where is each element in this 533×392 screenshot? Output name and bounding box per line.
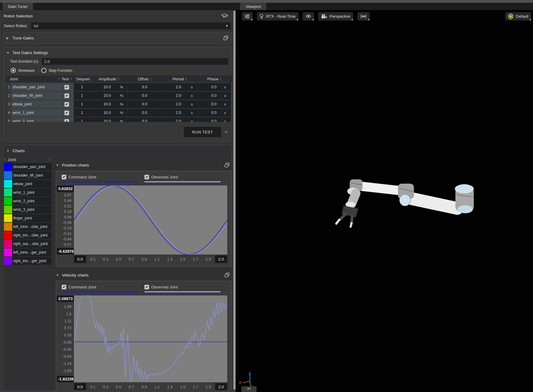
legend-row[interactable]: finger_joint	[4, 214, 52, 222]
visibility-button[interactable]	[303, 12, 314, 20]
column-header-offset[interactable]: Offset ▵▿	[127, 75, 162, 82]
sequence-cell[interactable]: 1	[74, 92, 90, 100]
series-checkbox[interactable]: ✔	[144, 175, 149, 179]
column-header-sequence[interactable]: Sequence	[74, 75, 90, 82]
amplitude-cell[interactable]: 10.0	[90, 109, 116, 117]
chevron-down-icon[interactable]: ▼	[225, 24, 228, 27]
sort-icon[interactable]: ▵▿	[118, 77, 119, 81]
expanded-arrow-icon[interactable]: ▼	[56, 163, 60, 167]
panel-scrollbar[interactable]	[233, 11, 235, 390]
joint-name-cell[interactable]: wrist_2_joint	[11, 117, 60, 122]
amplitude-cell[interactable]: 10.0	[90, 83, 116, 91]
sequence-cell[interactable]: 1	[74, 83, 90, 91]
sort-icon[interactable]: ▵▿	[49, 158, 50, 161]
series-checkbox[interactable]: ✔	[144, 285, 149, 289]
test-gains-header[interactable]: ▼ Test Gains Settings	[3, 47, 232, 58]
period-cell[interactable]: 2.0	[162, 83, 186, 91]
sequence-cell[interactable]: 1	[74, 117, 90, 122]
test-checkbox[interactable]: ✔	[64, 102, 69, 107]
copy-icon[interactable]	[224, 273, 230, 278]
test-duration-input[interactable]	[42, 58, 228, 65]
test-checkbox[interactable]: ✔	[64, 85, 69, 90]
graduation-cap-icon[interactable]	[221, 13, 228, 18]
phase-cell[interactable]: 0.0	[198, 117, 219, 122]
series-checkbox[interactable]: ✔	[62, 175, 66, 179]
phase-cell[interactable]: 0.0	[198, 83, 219, 91]
expanded-arrow-icon[interactable]: ▼	[6, 149, 11, 152]
expanded-arrow-icon[interactable]: ▼	[56, 273, 60, 277]
sequence-cell[interactable]: 1	[74, 109, 90, 117]
panel-scrollbar-thumb[interactable]	[233, 11, 235, 390]
amplitude-cell[interactable]: 10.0	[90, 100, 116, 108]
offset-cell[interactable]: 0.0	[127, 100, 162, 108]
test-checkbox[interactable]: ✔	[64, 111, 69, 115]
joint-name-cell[interactable]: wrist_1_joint	[11, 109, 60, 117]
position-charts-header[interactable]: ▼ Position charts	[56, 160, 231, 170]
expanded-arrow-icon[interactable]: ▼	[6, 51, 11, 54]
column-header-amplitude[interactable]: Amplitude ▵▿	[90, 75, 127, 82]
legend-row[interactable]: shoulder_lift_joint	[4, 171, 52, 179]
sort-icon[interactable]: ▵▿	[185, 77, 187, 81]
tab-viewport[interactable]: Viewport	[240, 3, 266, 10]
copy-icon[interactable]	[224, 163, 230, 168]
sort-icon[interactable]: ▵▿	[5, 158, 6, 161]
legend-row[interactable]: wrist_3_joint	[4, 206, 52, 214]
camera-button[interactable]: Perspective	[318, 12, 353, 20]
offset-cell[interactable]: 0.0	[127, 109, 162, 117]
legend-row[interactable]: wrist_2_joint	[4, 197, 52, 205]
legend-row[interactable]: wrist_1_joint	[4, 189, 52, 196]
joint-name-cell[interactable]: elbow_joint	[11, 100, 60, 108]
legend-header[interactable]: ▵▿ Joint ▵▿	[4, 156, 52, 163]
legend-row[interactable]: left_inne…ckle_joint	[4, 223, 52, 231]
joint-name-cell[interactable]: shoulder_pan_joint	[11, 83, 60, 91]
offset-cell[interactable]: 0.0	[127, 83, 162, 91]
legend-row[interactable]: left_inne…ger_joint	[4, 248, 52, 256]
legend-row[interactable]: right_inn…ckle_joint	[4, 231, 52, 239]
viewport-panel[interactable]: RTX - Real-Time Perspective Default	[238, 10, 533, 392]
legend-row[interactable]: right_inn…ger_joint	[4, 257, 52, 265]
period-cell[interactable]: 2.0	[162, 117, 186, 122]
sort-icon[interactable]: ▵▿	[70, 77, 71, 81]
phase-cell[interactable]: 0.0	[198, 92, 219, 100]
sort-icon[interactable]: ▵▿	[220, 77, 221, 81]
velocity-plot-area[interactable]	[74, 295, 227, 382]
amplitude-cell[interactable]: 10.0	[90, 92, 116, 100]
offset-cell[interactable]: 0.0	[127, 117, 162, 122]
phase-cell[interactable]: 0.0	[198, 100, 219, 108]
copy-icon[interactable]	[223, 35, 229, 41]
amplitude-cell[interactable]: 10.0	[90, 117, 116, 122]
signal-type-radio[interactable]: Step Function	[41, 68, 72, 73]
position-plot-area[interactable]	[74, 185, 227, 255]
sequence-cell[interactable]: 1	[74, 100, 90, 108]
sort-icon[interactable]: ▵▿	[150, 77, 151, 81]
legend-row[interactable]: right_out…ckle_joint	[4, 240, 52, 248]
series-checkbox[interactable]: ✔	[62, 285, 66, 289]
phase-cell[interactable]: 0.0	[198, 109, 219, 117]
default-lighting-button[interactable]: Default	[505, 12, 531, 20]
renderer-button[interactable]: RTX - Real-Time	[257, 12, 298, 20]
tune-gains-header[interactable]: ▶ Tune Gains	[3, 32, 232, 43]
viewport-settings-button[interactable]	[242, 12, 253, 20]
legend-row[interactable]: elbow_joint	[4, 180, 52, 188]
robot-select-dropdown[interactable]: /ur ▼	[31, 22, 231, 29]
period-cell[interactable]: 2.0	[162, 109, 186, 117]
tab-gain-tuner[interactable]: Gain Tuner	[2, 3, 33, 10]
run-test-button[interactable]: RUN TEST	[184, 127, 221, 137]
legend-row[interactable]: shoulder_pan_joint	[4, 163, 52, 171]
period-cell[interactable]: 2.0	[162, 92, 186, 100]
column-header-test[interactable]: Test ▵▿	[60, 75, 74, 82]
joint-name-cell[interactable]: shoulder_lift_joint	[11, 92, 60, 100]
sync-signal-button[interactable]	[357, 12, 370, 20]
test-checkbox[interactable]: ✔	[64, 93, 69, 98]
column-header-phase[interactable]: Phase ▵▿	[198, 75, 231, 82]
robot-arm-render[interactable]	[239, 10, 533, 392]
column-header-joint[interactable]: Joint ▵▿	[6, 75, 60, 82]
offset-cell[interactable]: 0.0	[127, 92, 162, 100]
collapsed-arrow-icon[interactable]: ▶	[6, 36, 11, 40]
charts-header[interactable]: ▼ Charts	[3, 145, 232, 156]
column-header-period[interactable]: Period ▵▿	[162, 75, 198, 82]
signal-type-radio[interactable]: Sinewave	[11, 68, 35, 73]
velocity-charts-header[interactable]: ▼ Velocity charts	[56, 270, 231, 280]
radio-icon[interactable]	[41, 68, 46, 73]
period-cell[interactable]: 2.0	[162, 100, 186, 108]
